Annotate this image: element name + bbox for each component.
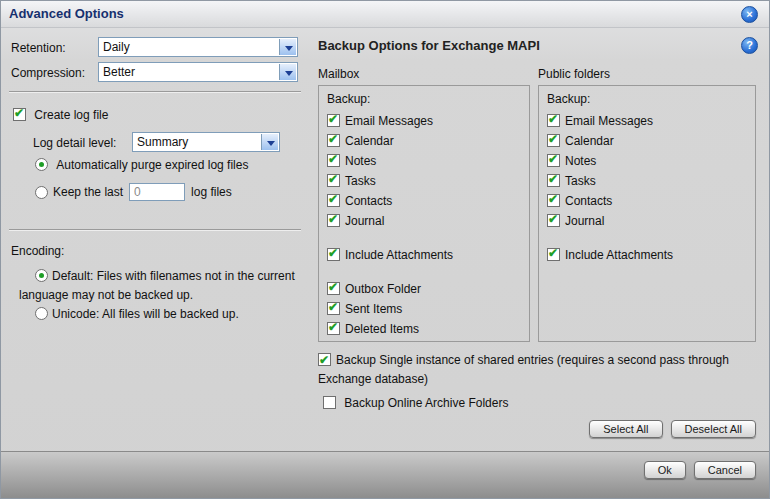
single-instance-checkbox-row[interactable]: Backup Single instance of shared entries… <box>318 351 770 389</box>
checkbox-label: Deleted Items <box>345 322 419 336</box>
footer-button-bar: Ok Cancel <box>644 461 756 479</box>
online-archive-checkbox[interactable] <box>323 396 336 409</box>
mailbox-item-email-messages[interactable]: Email Messages <box>327 114 521 127</box>
encoding-unicode-option[interactable]: Unicode: All files will be backed up. <box>19 305 303 324</box>
select-all-button[interactable]: Select All <box>589 420 662 438</box>
mailbox-item-calendar[interactable]: Calendar <box>327 134 521 147</box>
encoding-default-option[interactable]: Default: Files with filenames not in the… <box>19 267 303 305</box>
checkbox[interactable] <box>547 174 560 187</box>
online-archive-checkbox-row[interactable]: Backup Online Archive Folders <box>323 396 508 410</box>
public-item-email-messages[interactable]: Email Messages <box>547 114 747 127</box>
keep-count-input[interactable] <box>129 183 185 201</box>
chevron-down-icon[interactable] <box>279 39 296 55</box>
checkbox[interactable] <box>327 282 340 295</box>
checkbox[interactable] <box>547 248 560 261</box>
checkbox[interactable] <box>327 248 340 261</box>
checkbox[interactable] <box>327 154 340 167</box>
checkbox[interactable] <box>327 114 340 127</box>
checkbox[interactable] <box>547 194 560 207</box>
keep-radio[interactable] <box>35 186 48 199</box>
checkbox-label: Tasks <box>565 174 596 188</box>
chevron-down-icon[interactable] <box>261 134 278 150</box>
mailbox-group-box: Backup: Email Messages Calendar Notes Ta… <box>318 85 530 342</box>
checkbox[interactable] <box>547 114 560 127</box>
mailbox-item-journal[interactable]: Journal <box>327 214 521 227</box>
create-log-checkbox[interactable] <box>13 108 26 121</box>
footer-bar: Ok Cancel <box>1 451 769 498</box>
checkbox[interactable] <box>327 134 340 147</box>
online-archive-label: Backup Online Archive Folders <box>344 396 508 410</box>
checkbox-label: Journal <box>565 214 604 228</box>
checkbox[interactable] <box>327 322 340 335</box>
mailbox-folder-sent-items[interactable]: Sent Items <box>327 302 521 315</box>
checkbox-label: Contacts <box>345 194 392 208</box>
checkbox[interactable] <box>327 214 340 227</box>
log-detail-label: Log detail level: <box>33 136 116 150</box>
checkbox-label: Include Attachments <box>345 248 453 262</box>
selection-button-bar: Select All Deselect All <box>589 420 756 438</box>
log-detail-select[interactable]: Summary <box>132 132 280 152</box>
mailbox-include-attachments[interactable]: Include Attachments <box>327 248 521 261</box>
checkbox-label: Notes <box>345 154 376 168</box>
mailbox-column-title: Mailbox <box>318 67 359 81</box>
checkbox[interactable] <box>547 214 560 227</box>
checkbox-label: Outbox Folder <box>345 282 421 296</box>
public-folders-column-title: Public folders <box>538 67 610 81</box>
encoding-unicode-radio[interactable] <box>35 307 48 320</box>
retention-select[interactable]: Daily <box>98 37 298 57</box>
checkbox[interactable] <box>547 154 560 167</box>
public-item-tasks[interactable]: Tasks <box>547 174 747 187</box>
checkbox[interactable] <box>327 302 340 315</box>
encoding-label: Encoding: <box>11 244 64 258</box>
checkbox[interactable] <box>327 194 340 207</box>
advanced-options-dialog: Advanced Options × Retention: Daily Comp… <box>0 0 770 499</box>
purge-radio-row[interactable]: Automatically purge expired log files <box>35 158 248 172</box>
retention-label: Retention: <box>11 41 66 55</box>
mailbox-folder-outbox[interactable]: Outbox Folder <box>327 282 521 295</box>
keep-label-suffix: log files <box>191 185 232 199</box>
mailbox-backup-label: Backup: <box>327 92 521 106</box>
help-button[interactable]: ? <box>741 37 758 54</box>
dialog-title: Advanced Options <box>9 6 124 21</box>
compression-selected-value: Better <box>103 65 135 79</box>
keep-label-prefix: Keep the last <box>53 185 123 199</box>
mailbox-item-notes[interactable]: Notes <box>327 154 521 167</box>
mailbox-item-contacts[interactable]: Contacts <box>327 194 521 207</box>
separator <box>9 229 301 231</box>
mailbox-folder-deleted-items[interactable]: Deleted Items <box>327 322 521 335</box>
checkbox-label: Sent Items <box>345 302 402 316</box>
single-instance-checkbox[interactable] <box>318 353 331 366</box>
compression-label: Compression: <box>11 66 85 80</box>
checkbox-label: Contacts <box>565 194 612 208</box>
public-folders-group-box: Backup: Email Messages Calendar Notes Ta… <box>538 85 756 342</box>
checkbox[interactable] <box>327 174 340 187</box>
checkbox-label: Calendar <box>345 134 394 148</box>
mailbox-item-tasks[interactable]: Tasks <box>327 174 521 187</box>
single-instance-label: Backup Single instance of shared entries… <box>318 353 729 386</box>
create-log-checkbox-row[interactable]: Create log file <box>13 108 108 122</box>
encoding-default-radio[interactable] <box>35 269 48 282</box>
purge-radio[interactable] <box>35 158 48 171</box>
public-item-calendar[interactable]: Calendar <box>547 134 747 147</box>
deselect-all-button[interactable]: Deselect All <box>671 420 756 438</box>
checkbox-label: Notes <box>565 154 596 168</box>
public-item-notes[interactable]: Notes <box>547 154 747 167</box>
help-icon: ? <box>746 39 753 51</box>
public-include-attachments[interactable]: Include Attachments <box>547 248 747 261</box>
purge-label: Automatically purge expired log files <box>56 158 248 172</box>
checkbox[interactable] <box>547 134 560 147</box>
close-button[interactable]: × <box>741 6 758 23</box>
keep-radio-row[interactable]: Keep the last log files <box>35 182 232 202</box>
public-item-contacts[interactable]: Contacts <box>547 194 747 207</box>
chevron-down-icon[interactable] <box>279 64 296 80</box>
exchange-options-header: Backup Options for Exchange MAPI <box>318 38 540 53</box>
public-item-journal[interactable]: Journal <box>547 214 747 227</box>
checkbox-label: Tasks <box>345 174 376 188</box>
compression-select[interactable]: Better <box>98 62 298 82</box>
ok-button[interactable]: Ok <box>644 461 686 479</box>
encoding-unicode-label: Unicode: All files will be backed up. <box>52 307 239 321</box>
cancel-button[interactable]: Cancel <box>694 461 756 479</box>
public-folders-backup-label: Backup: <box>547 92 747 106</box>
close-icon: × <box>746 8 752 20</box>
checkbox-label: Calendar <box>565 134 614 148</box>
